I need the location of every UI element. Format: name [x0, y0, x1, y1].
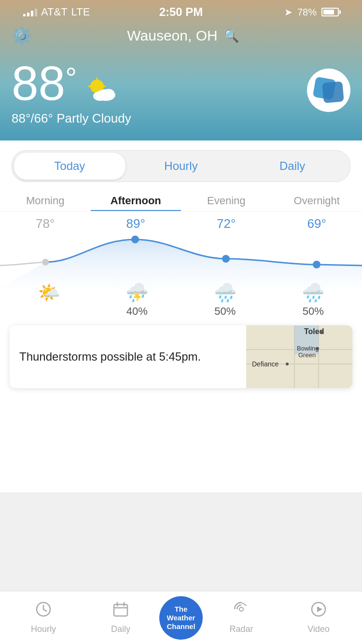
tab-hourly[interactable]: Hourly — [125, 153, 237, 180]
period-afternoon[interactable]: Afternoon — [91, 195, 181, 207]
time-display: 2:50 PM — [159, 5, 203, 19]
chart-line-pre — [0, 262, 45, 266]
nav-weather-channel[interactable]: TheWeatherChannel — [159, 596, 203, 640]
location-arrow-icon: ➤ — [284, 6, 292, 18]
nav-hourly-label: Hourly — [31, 624, 56, 634]
condition-overnight: 🌧️ 50% — [269, 282, 358, 318]
nav-video[interactable]: Video — [280, 601, 357, 634]
chart-point-overnight — [313, 261, 320, 268]
signal-bar-1 — [23, 14, 26, 16]
condition-icons-row: 🌤️ ⛈️ 40% 🌧️ 50% 🌧️ 50% — [0, 282, 362, 318]
svg-point-28 — [239, 607, 243, 611]
battery-indicator — [321, 8, 339, 16]
status-right: ➤ 78% — [284, 6, 339, 18]
temperature-section: 88 ° — [12, 59, 350, 126]
signal-bar-2 — [27, 13, 29, 16]
weather-channel-logo: TheWeatherChannel — [159, 596, 203, 640]
alert-text-area: Thunderstorms possible at 5:45pm. — [10, 325, 246, 388]
afternoon-condition-icon: ⛈️ — [125, 282, 148, 303]
temp-degree-symbol: ° — [65, 64, 77, 93]
alert-section: Thunderstorms possible at 5:45pm. Toled — [0, 318, 362, 396]
svg-line-23 — [43, 609, 46, 611]
logo-shape-back — [322, 81, 344, 103]
chart-point-morning — [42, 259, 49, 266]
period-morning[interactable]: Morning — [0, 195, 91, 207]
temperature-line-chart — [0, 226, 362, 289]
calendar-icon — [112, 601, 129, 621]
evening-precip: 50% — [214, 305, 236, 318]
location-display[interactable]: Wauseon, OH 🔍 — [127, 28, 238, 44]
low-temp: 66° — [34, 111, 53, 126]
status-bar: AT&T LTE 2:50 PM ➤ 78% — [12, 0, 350, 24]
nav-video-label: Video — [307, 624, 330, 634]
afternoon-precip: 40% — [126, 305, 148, 318]
network-label: LTE — [71, 6, 90, 18]
time-periods-row: Morning Afternoon Evening Overnight — [0, 187, 362, 211]
clock-icon — [35, 601, 52, 621]
signal-bars — [23, 8, 37, 16]
signal-bar-4 — [35, 9, 37, 16]
temp-left: 88 ° — [12, 59, 131, 126]
chart-point-afternoon — [131, 236, 139, 243]
location-text: Wauseon, OH — [127, 28, 217, 44]
chart-svg-area — [0, 226, 362, 289]
carrier-label: AT&T — [41, 6, 68, 18]
nav-daily[interactable]: Daily — [82, 601, 159, 634]
weather-icon-partly-cloudy — [84, 76, 122, 104]
svg-point-20 — [286, 363, 289, 365]
search-icon[interactable]: 🔍 — [223, 28, 239, 43]
nav-radar-label: Radar — [229, 624, 253, 634]
condition-afternoon: ⛈️ 40% — [93, 282, 181, 318]
tab-today[interactable]: Today — [14, 153, 125, 180]
tab-daily[interactable]: Daily — [237, 153, 348, 180]
overnight-precip: 50% — [303, 305, 324, 318]
alert-card[interactable]: Thunderstorms possible at 5:45pm. Toled — [10, 325, 352, 388]
current-temperature: 88 ° — [12, 59, 131, 107]
overnight-condition-icon: 🌧️ — [302, 282, 324, 303]
alert-map-svg: Toled Bowling Green Defiance — [246, 325, 352, 388]
svg-line-29 — [241, 602, 246, 605]
tab-container: Today Hourly Daily — [0, 140, 362, 187]
chart-point-evening — [222, 255, 230, 263]
main-content: Today Hourly Daily Morning Afternoon Eve… — [0, 140, 362, 492]
high-temp: 88° — [12, 111, 30, 126]
condition-morning: 🌤️ — [5, 282, 93, 318]
battery-icon — [321, 8, 339, 16]
nav-daily-label: Daily — [111, 624, 130, 634]
nav-hourly[interactable]: Hourly — [5, 601, 82, 634]
svg-marker-31 — [317, 606, 322, 612]
svg-rect-24 — [114, 604, 127, 616]
temp-range-display: 88°/66° Partly Cloudy — [12, 111, 131, 126]
morning-condition-icon: 🌤️ — [38, 282, 60, 303]
svg-text:Bowling: Bowling — [297, 345, 319, 352]
settings-icon[interactable]: ⚙️ — [12, 26, 32, 45]
condition-evening: 🌧️ 50% — [181, 282, 269, 318]
play-icon — [310, 601, 327, 621]
weather-channel-text: TheWeatherChannel — [167, 605, 195, 631]
alert-message: Thunderstorms possible at 5:45pm. — [19, 349, 201, 365]
empty-space — [0, 396, 362, 492]
battery-fill — [323, 10, 334, 14]
svg-point-18 — [316, 347, 319, 350]
status-left: AT&T LTE — [23, 6, 90, 18]
condition-text: Partly Cloudy — [56, 111, 131, 126]
period-overnight[interactable]: Overnight — [272, 195, 362, 207]
location-bar: ⚙️ Wauseon, OH 🔍 — [12, 24, 350, 45]
svg-text:Defiance: Defiance — [252, 360, 278, 368]
temperature-chart: 78° 89° 72° 69° — [0, 211, 362, 318]
nav-radar[interactable]: Radar — [203, 601, 280, 634]
svg-point-15 — [320, 331, 322, 334]
battery-pct-label: 78% — [297, 7, 317, 18]
evening-condition-icon: 🌧️ — [214, 282, 237, 303]
svg-text:Green: Green — [298, 351, 316, 359]
signal-bar-3 — [31, 11, 33, 16]
temp-value: 88 — [12, 59, 65, 107]
alert-map: Toled Bowling Green Defiance — [246, 325, 352, 388]
bottom-navigation: Hourly Daily TheWeatherChannel Rada — [0, 591, 362, 644]
header-section: AT&T LTE 2:50 PM ➤ 78% ⚙️ Wauseon, OH 🔍 … — [0, 0, 362, 140]
period-evening[interactable]: Evening — [181, 195, 272, 207]
svg-point-7 — [103, 89, 114, 98]
app-logo — [307, 69, 350, 112]
tab-selector: Today Hourly Daily — [12, 150, 350, 182]
logo-shapes — [314, 78, 343, 102]
